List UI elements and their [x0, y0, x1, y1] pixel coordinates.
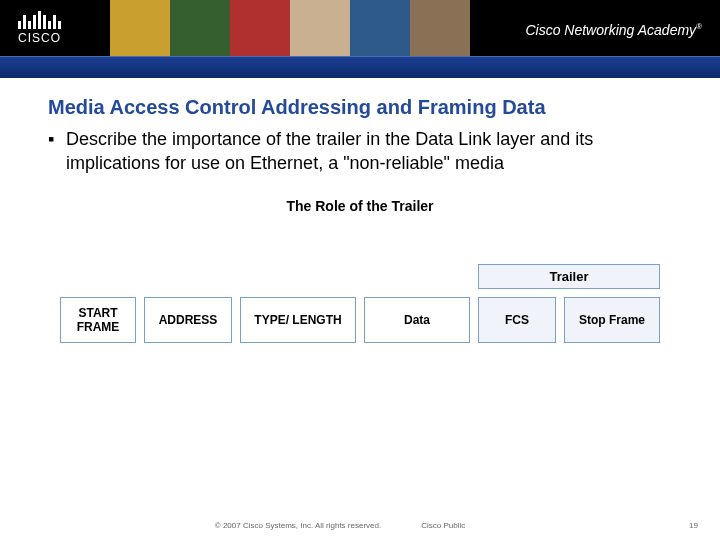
- field-fcs: FCS: [478, 297, 556, 343]
- diagram-title: The Role of the Trailer: [48, 198, 672, 214]
- field-stop-frame: Stop Frame: [564, 297, 660, 343]
- cisco-wordmark: CISCO: [18, 31, 61, 45]
- field-address: ADDRESS: [144, 297, 232, 343]
- photo-strip: [110, 0, 470, 56]
- footer-copyright: © 2007 Cisco Systems, Inc. All rights re…: [215, 521, 381, 530]
- page-number: 19: [689, 521, 698, 530]
- trailer-label: Trailer: [478, 264, 660, 289]
- spacer: [60, 264, 478, 289]
- frame-field-row: START FRAME ADDRESS TYPE/ LENGTH Data FC…: [60, 297, 660, 343]
- academy-label: Cisco Networking Academy®: [525, 22, 702, 38]
- footer: © 2007 Cisco Systems, Inc. All rights re…: [0, 521, 720, 530]
- bullet-text: Describe the importance of the trailer i…: [66, 127, 672, 176]
- trailer-label-row: Trailer: [60, 264, 660, 289]
- footer-public: Cisco Public: [421, 521, 465, 530]
- banner-photo: [350, 0, 410, 56]
- banner-top: CISCO Cisco Networking Academy®: [0, 0, 720, 56]
- banner-photo: [230, 0, 290, 56]
- field-type-length: TYPE/ LENGTH: [240, 297, 356, 343]
- banner-photo: [290, 0, 350, 56]
- slide-title: Media Access Control Addressing and Fram…: [48, 96, 672, 119]
- field-data: Data: [364, 297, 470, 343]
- trademark-icon: ®: [696, 22, 702, 31]
- banner-accent-bar: [0, 56, 720, 78]
- academy-prefix: Cisco: [525, 22, 564, 38]
- banner-photo: [410, 0, 470, 56]
- bullet-marker-icon: ▪: [48, 127, 66, 176]
- header-banner: CISCO Cisco Networking Academy®: [0, 0, 720, 78]
- banner-photo: [170, 0, 230, 56]
- cisco-bridge-icon: [18, 11, 61, 29]
- banner-photo: [110, 0, 170, 56]
- cisco-logo: CISCO: [18, 11, 61, 45]
- content: Media Access Control Addressing and Fram…: [0, 78, 720, 343]
- frame-diagram: Trailer START FRAME ADDRESS TYPE/ LENGTH…: [60, 264, 660, 343]
- field-start-frame: START FRAME: [60, 297, 136, 343]
- academy-main: Networking Academy: [564, 22, 696, 38]
- bullet-item: ▪ Describe the importance of the trailer…: [48, 127, 672, 176]
